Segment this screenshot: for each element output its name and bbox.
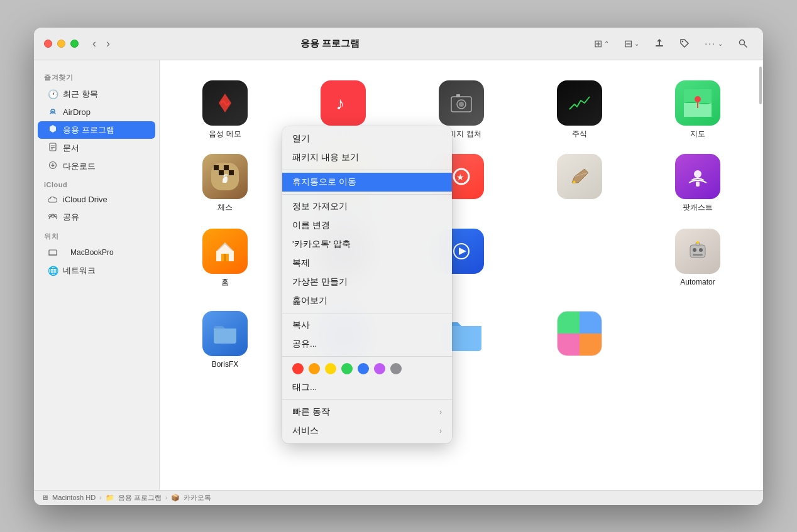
sidebar-item-icloud-drive[interactable]: iCloud Drive	[38, 192, 155, 208]
empty1-icon	[557, 229, 602, 274]
app-icon-home-wrap	[202, 229, 248, 274]
color-dot-orange[interactable]	[309, 363, 320, 374]
app-item-colorful[interactable]	[520, 303, 639, 377]
menu-item-rename[interactable]: 이름 변경	[282, 216, 452, 235]
color-dots-row	[282, 359, 452, 378]
menu-item-show-package[interactable]: 패키지 내용 보기	[282, 148, 452, 167]
menu-sep-2	[282, 194, 452, 195]
color-dot-purple[interactable]	[374, 363, 385, 374]
sidebar-item-macbookpro[interactable]: MacBookPro	[38, 244, 155, 261]
home-icon	[202, 229, 248, 274]
svg-point-36	[694, 170, 701, 178]
scroll-track[interactable]	[758, 60, 763, 490]
sidebar-item-recent[interactable]: 🕐 최근 항목	[38, 85, 155, 103]
svg-point-45	[699, 248, 703, 252]
svg-rect-19	[456, 94, 460, 97]
svg-point-2	[740, 40, 745, 45]
sidebar-item-shared[interactable]: 공유	[38, 209, 155, 226]
tag-icon	[679, 38, 690, 48]
content-area: 음성 메모 ♪ 음악	[160, 60, 763, 490]
menu-item-open[interactable]: 열기	[282, 129, 452, 148]
menu-item-services[interactable]: 서비스 ›	[282, 421, 452, 440]
sidebar-item-documents[interactable]: 문서	[38, 139, 155, 157]
app-item-borisfx[interactable]: BorisFX	[166, 303, 284, 377]
quad-orange	[580, 334, 602, 356]
search-icon	[738, 38, 748, 48]
share-icon	[654, 38, 664, 48]
app-item-stocks[interactable]: 주식	[520, 73, 639, 147]
recent-icon: 🕐	[48, 89, 58, 99]
menu-label-get-info: 정보 가져오기	[292, 201, 348, 212]
share-button[interactable]	[649, 36, 669, 51]
sidebar-documents-label: 문서	[63, 143, 79, 154]
minimize-button[interactable]	[57, 40, 65, 48]
app-name-podcasts: 팟캐스트	[683, 203, 713, 213]
close-button[interactable]	[44, 40, 52, 48]
more-button[interactable]: ··· ⌄	[700, 36, 728, 51]
svg-rect-25	[219, 165, 224, 170]
scroll-thumb[interactable]	[759, 67, 762, 104]
tag-button[interactable]	[674, 36, 695, 51]
app-item-pencil[interactable]	[520, 146, 639, 221]
statusbar-macintosh-hd: Macintosh HD	[52, 494, 96, 501]
menu-item-tag[interactable]: 태그...	[282, 378, 452, 397]
svg-rect-24	[214, 165, 219, 170]
color-dot-green[interactable]	[341, 363, 353, 374]
sidebar-item-downloads[interactable]: 다운로드	[38, 158, 155, 175]
view-list-button[interactable]: ⊟ ⌄	[619, 35, 644, 52]
chess-icon	[202, 154, 248, 199]
menu-item-get-info[interactable]: 정보 가져오기	[282, 197, 452, 216]
app-item-voice-memo[interactable]: 음성 메모	[166, 73, 284, 147]
view-grid-icon: ⊞	[594, 38, 602, 50]
svg-rect-13	[49, 250, 57, 255]
context-menu[interactable]: 열기 패키지 내용 보기 휴지통으로 이동 정보 가져오기 이름 변경	[282, 126, 452, 443]
sidebar-item-airdrop[interactable]: AirDrop	[38, 104, 155, 121]
color-dot-yellow[interactable]	[325, 363, 336, 374]
app-item-automator[interactable]: Automator	[639, 221, 757, 303]
menu-item-move-to-trash[interactable]: 휴지통으로 이동	[282, 173, 452, 192]
app-icon-chess-wrap	[202, 154, 248, 199]
svg-rect-27	[229, 165, 234, 170]
svg-rect-28	[214, 170, 219, 175]
menu-item-duplicate[interactable]: 복제	[282, 254, 452, 273]
color-dot-blue[interactable]	[358, 363, 369, 374]
app-item-chess[interactable]: 체스	[166, 146, 284, 221]
app-icon-maps-wrap	[675, 80, 720, 126]
window-title: 응용 프로그램	[71, 38, 589, 50]
applications-icon	[48, 124, 58, 135]
svg-text:♪: ♪	[336, 94, 344, 113]
menu-item-quick-actions[interactable]: 빠른 동작 ›	[282, 403, 452, 421]
view-grid-button[interactable]: ⊞ ⌃	[589, 35, 614, 52]
icloud-drive-icon	[48, 195, 58, 205]
menu-item-make-alias[interactable]: 가상본 만들기	[282, 273, 452, 291]
airdrop-icon	[48, 107, 58, 117]
menu-label-duplicate: 복제	[292, 258, 310, 269]
color-dot-gray[interactable]	[390, 363, 402, 374]
sidebar-item-label: 최근 항목	[63, 89, 98, 100]
app-item-podcasts[interactable]: 팟캐스트	[639, 146, 757, 221]
app-name-chess: 체스	[217, 203, 233, 213]
borisfx-icon	[202, 311, 248, 356]
svg-point-18	[459, 102, 464, 107]
app-item-home[interactable]: 홈	[166, 221, 284, 303]
menu-item-quick-look[interactable]: 훑어보기	[282, 291, 452, 310]
stocks-icon	[557, 80, 602, 126]
icloud-label: iCloud	[34, 176, 159, 191]
statusbar-sep-1: ›	[99, 494, 102, 501]
search-button[interactable]	[733, 36, 753, 51]
svg-point-1	[682, 41, 683, 42]
menu-item-share[interactable]: 공유...	[282, 335, 452, 354]
app-item-empty2	[639, 303, 757, 377]
app-name-maps: 지도	[690, 129, 705, 139]
menu-item-compress[interactable]: '카카오톡' 압축	[282, 235, 452, 254]
sidebar-item-network[interactable]: 🌐 네트워크	[38, 262, 155, 280]
sidebar-item-applications[interactable]: 응용 프로그램	[38, 121, 155, 139]
color-dot-red[interactable]	[292, 363, 304, 374]
app-icon-colorful-wrap	[557, 311, 602, 356]
menu-item-copy[interactable]: 복사	[282, 316, 452, 335]
app-item-maps[interactable]: 지도	[639, 73, 757, 147]
menu-sep-3	[282, 313, 452, 313]
menu-label-services: 서비스	[292, 425, 319, 437]
image-capture-icon	[439, 80, 484, 126]
sidebar: 즐겨찾기 🕐 최근 항목 AirDrop	[34, 60, 160, 490]
